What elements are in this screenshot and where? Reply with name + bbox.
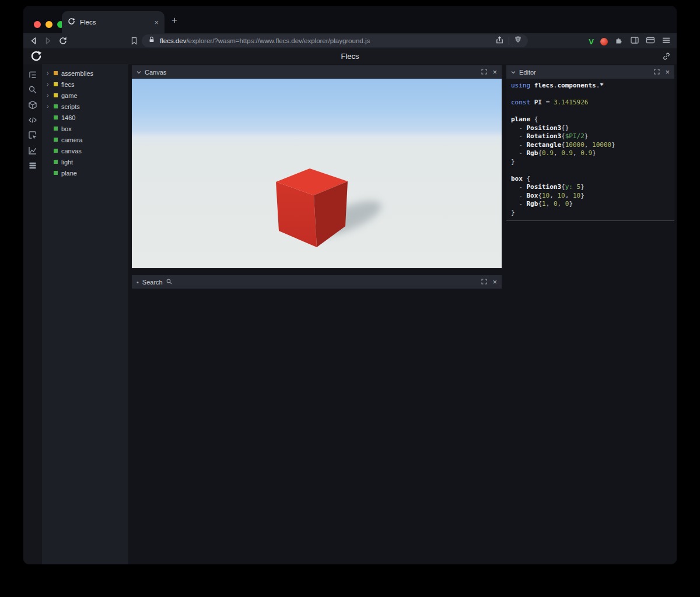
close-panel-icon[interactable]: × <box>492 68 497 76</box>
puzzle-extensions-icon[interactable] <box>614 36 624 47</box>
search-panel-title: Search <box>142 279 163 286</box>
tab-title: Flecs <box>80 19 149 26</box>
entity-kind-square <box>54 138 58 142</box>
red-cube-scene <box>132 79 502 268</box>
window-controls <box>34 21 64 28</box>
expand-chevron-icon[interactable]: › <box>47 103 52 110</box>
rows-icon[interactable] <box>28 161 37 170</box>
canvas-panel-header[interactable]: Canvas × <box>132 65 502 79</box>
chart-icon[interactable] <box>28 146 37 155</box>
package-icon[interactable] <box>28 100 37 110</box>
inspect-icon[interactable] <box>28 131 37 140</box>
canvas-3d-viewport[interactable] <box>132 79 502 268</box>
icon-sidebar <box>23 64 42 564</box>
share-link-icon[interactable] <box>662 52 671 63</box>
canvas-panel-title: Canvas <box>145 69 166 76</box>
tree-item-label: plane <box>61 170 77 177</box>
entity-kind-square <box>54 149 58 153</box>
menu-hamburger-icon[interactable] <box>662 36 671 47</box>
tab-close-icon[interactable]: × <box>154 18 159 27</box>
tree-item-1460[interactable]: ›1460 <box>42 112 128 123</box>
code-line <box>511 90 674 99</box>
expand-chevron-icon[interactable]: › <box>47 81 52 87</box>
editor-panel-header[interactable]: Editor × <box>506 65 674 79</box>
minimize-window-button[interactable] <box>46 21 52 28</box>
code-line: } <box>511 209 674 217</box>
code-icon[interactable] <box>28 115 37 125</box>
tree-item-label: scripts <box>61 103 80 110</box>
lock-icon <box>148 36 156 46</box>
tree-item-flecs[interactable]: ›flecs <box>42 79 128 90</box>
entity-kind-square <box>54 104 58 108</box>
close-panel-icon[interactable]: × <box>665 68 670 76</box>
app-header: Flecs <box>23 48 677 64</box>
code-line: - Position3{} <box>511 124 674 133</box>
new-tab-button[interactable]: + <box>172 15 177 25</box>
tree-item-label: box <box>61 125 72 132</box>
address-bar[interactable]: flecs.dev/explorer/?wasm=https://www.fle… <box>142 34 528 47</box>
app-title: Flecs <box>23 52 677 61</box>
reload-button[interactable] <box>58 36 68 45</box>
code-line: - Box{10, 10, 10} <box>511 192 674 201</box>
browser-window: Flecs × + flecs.dev/explorer/?wasm=https… <box>23 6 677 564</box>
back-button[interactable] <box>29 36 38 45</box>
collapsed-bullet-icon[interactable]: • <box>136 279 139 286</box>
code-line <box>511 166 674 175</box>
extension-area: V <box>589 36 671 47</box>
close-panel-icon[interactable]: × <box>492 278 497 286</box>
search-panel-header[interactable]: • Search × <box>132 275 502 289</box>
shield-icon[interactable] <box>514 36 522 46</box>
sidebar-toggle-icon[interactable] <box>630 36 639 47</box>
code-line: - Rectangle{10000, 10000} <box>511 141 674 150</box>
share-icon[interactable] <box>495 36 504 47</box>
expand-panel-icon[interactable] <box>654 69 660 76</box>
browser-toolbar: flecs.dev/explorer/?wasm=https://www.fle… <box>23 33 677 48</box>
wallet-card-icon[interactable] <box>646 36 655 47</box>
code-line: const PI = 3.1415926 <box>511 99 674 107</box>
tree-item-assemblies[interactable]: ›assemblies <box>42 68 128 79</box>
code-line: - Position3{y: 5} <box>511 183 674 192</box>
v-extension-icon[interactable]: V <box>589 38 594 45</box>
entity-kind-square <box>54 171 58 175</box>
expand-panel-icon[interactable] <box>481 69 487 76</box>
entity-kind-square <box>54 127 58 131</box>
tree-item-light[interactable]: ›light <box>42 156 128 167</box>
toolbar-divider <box>509 37 509 45</box>
tree-item-label: light <box>61 159 73 166</box>
url-host: flecs.dev <box>160 37 186 44</box>
red-extension-icon[interactable] <box>600 38 608 45</box>
browser-tab[interactable]: Flecs × <box>62 11 164 33</box>
url-path: /explorer/?wasm=https://www.flecs.dev/ex… <box>186 37 370 44</box>
tree-item-box[interactable]: ›box <box>42 123 128 134</box>
entity-tree: ›assemblies›flecs›game›scripts›1460›box›… <box>42 64 128 564</box>
entity-kind-square <box>54 115 58 120</box>
editor-panel-title: Editor <box>519 69 536 76</box>
code-line: plane { <box>511 115 674 124</box>
expand-chevron-icon[interactable]: › <box>47 92 52 99</box>
code-line: - Rotation3{$PI/2} <box>511 132 674 141</box>
expand-panel-icon[interactable] <box>481 279 487 286</box>
tree-item-canvas[interactable]: ›canvas <box>42 145 128 156</box>
tree-item-scripts[interactable]: ›scripts <box>42 101 128 112</box>
flecs-logo-icon[interactable] <box>30 50 42 64</box>
tree-item-camera[interactable]: ›camera <box>42 134 128 145</box>
tree-item-label: canvas <box>61 148 82 154</box>
bookmark-icon[interactable] <box>130 36 139 45</box>
forward-button[interactable] <box>43 36 52 45</box>
tree-item-label: camera <box>61 136 83 143</box>
editor-code[interactable]: using flecs.components.* const PI = 3.14… <box>506 79 674 221</box>
code-line: box { <box>511 175 674 184</box>
tree-item-plane[interactable]: ›plane <box>42 167 128 178</box>
tree-icon[interactable] <box>28 70 37 79</box>
search-icon[interactable] <box>28 85 37 94</box>
expand-chevron-icon[interactable]: › <box>47 70 52 76</box>
entity-kind-square <box>54 160 58 164</box>
tree-item-label: 1460 <box>61 114 75 121</box>
chevron-down-icon[interactable] <box>511 69 516 76</box>
chevron-down-icon[interactable] <box>136 69 141 76</box>
flecs-favicon-icon <box>68 17 75 27</box>
app-content: ›assemblies›flecs›game›scripts›1460›box›… <box>23 64 677 564</box>
tab-strip: Flecs × + <box>23 6 677 33</box>
close-window-button[interactable] <box>34 21 41 28</box>
tree-item-game[interactable]: ›game <box>42 90 128 101</box>
